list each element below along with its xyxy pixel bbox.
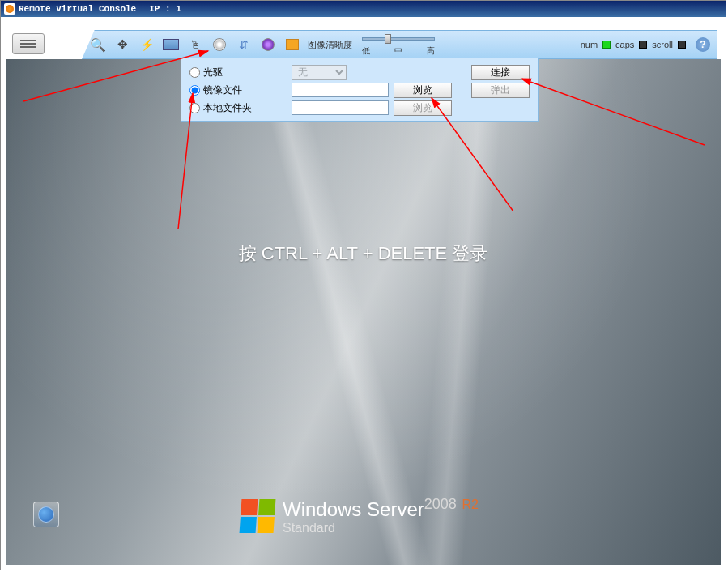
app-title: Remote Virtual Console: [19, 4, 136, 14]
browse-button[interactable]: 浏览: [394, 83, 452, 98]
disc-icon[interactable]: [259, 36, 277, 53]
ease-of-access-button[interactable]: [33, 502, 59, 527]
connect-button[interactable]: 连接: [471, 65, 530, 80]
scroll-label: scroll: [652, 40, 673, 49]
brand-r2: R2: [462, 497, 478, 511]
move-icon[interactable]: ✥: [113, 36, 131, 53]
caps-led-icon: [639, 41, 647, 49]
usb-icon[interactable]: ⇵: [235, 36, 253, 53]
remote-desktop-screen[interactable]: 按 CTRL + ALT + DELETE 登录 Windows Server2…: [6, 59, 721, 565]
chart-icon[interactable]: [283, 36, 301, 53]
folder-path-input[interactable]: [292, 100, 389, 115]
login-prompt: 按 CTRL + ALT + DELETE 登录: [6, 241, 721, 266]
brand-edition: Standard: [283, 521, 479, 536]
clarity-slider[interactable]: 低 中 高: [362, 32, 435, 57]
num-led-icon: [602, 41, 611, 49]
slider-low: 低: [362, 45, 370, 57]
image-path-input[interactable]: [292, 83, 389, 97]
radio-image[interactable]: 镜像文件: [189, 83, 287, 97]
radio-cddrive-label: 光驱: [203, 66, 223, 79]
drive-select[interactable]: 无: [292, 65, 347, 80]
eject-button[interactable]: 弹出: [471, 83, 530, 98]
brand-main: Windows Server: [283, 498, 424, 520]
magnify-icon[interactable]: 🔍: [89, 36, 107, 53]
toolbar-area: 🔍 ✥ ⚡ 🖱 ⇵ 图像清晰度 低 中 高: [1, 17, 726, 59]
brand-year: 2008: [424, 496, 457, 512]
ip-label: IP : 1: [149, 4, 181, 14]
caps-label: caps: [615, 40, 634, 49]
radio-folder[interactable]: 本地文件夹: [189, 101, 287, 115]
scroll-led-icon: [678, 41, 686, 49]
title-bar: Remote Virtual Console IP : 1: [1, 1, 726, 17]
screens-icon[interactable]: [162, 36, 180, 53]
java-icon: [4, 3, 15, 15]
power-icon[interactable]: ⚡: [138, 36, 155, 53]
keyboard-led-status: num caps scroll ?: [581, 37, 710, 52]
menu-button[interactable]: [12, 33, 45, 54]
os-branding: Windows Server2008 R2 Standard: [241, 496, 479, 536]
num-label: num: [581, 40, 598, 49]
cd-icon[interactable]: [211, 36, 228, 53]
main-toolbar: 🔍 ✥ ⚡ 🖱 ⇵ 图像清晰度 低 中 高: [82, 30, 717, 59]
browse-folder-button: 浏览: [394, 100, 452, 116]
slider-high: 高: [427, 45, 435, 57]
radio-folder-label: 本地文件夹: [203, 101, 252, 115]
radio-cddrive[interactable]: 光驱: [189, 66, 287, 79]
radio-image-label: 镜像文件: [203, 83, 242, 97]
windows-logo-icon: [240, 499, 276, 533]
mouse-icon[interactable]: 🖱: [186, 36, 204, 53]
slider-mid: 中: [394, 45, 402, 57]
help-icon[interactable]: ?: [696, 37, 710, 52]
virtual-media-panel: 光驱 无 连接 镜像文件 浏览 弹出 本地文件夹 浏览: [181, 58, 539, 122]
clarity-label: 图像清晰度: [308, 39, 352, 51]
